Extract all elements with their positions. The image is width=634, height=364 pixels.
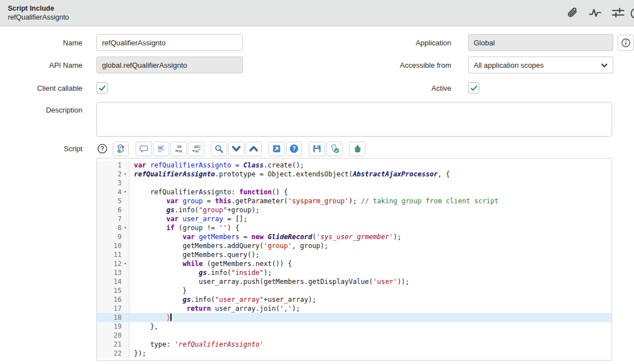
line-number: 13 — [114, 268, 122, 277]
code-text: refQualifierAssignto.prototype = Object.… — [129, 170, 450, 179]
save-icon[interactable] — [309, 142, 325, 156]
description-row: Description — [0, 102, 634, 137]
code-text: } — [129, 313, 172, 322]
line-number-gutter: 4▾ — [97, 188, 129, 197]
checkbox-row: Client callable Active — [0, 82, 634, 94]
accessible-from-select[interactable]: All application scopes — [468, 57, 613, 73]
chevron-down-icon — [601, 61, 608, 69]
accessible-from-label: Accessible from — [243, 61, 451, 69]
code-line[interactable]: 16 gs.info("user_array"+user_array); — [97, 295, 612, 304]
toolbar-group — [349, 142, 365, 156]
editor-help-icon[interactable]: ? — [96, 143, 108, 155]
syntax-check-icon[interactable] — [113, 142, 129, 156]
line-number: 10 — [114, 241, 122, 250]
line-number: 3 — [118, 179, 122, 188]
fold-toggle-icon[interactable]: ▾ — [122, 259, 129, 268]
code-line[interactable]: 7 var user_array = []; — [97, 214, 612, 223]
code-line[interactable]: 19 }, — [97, 322, 612, 331]
toolbar-group: ? — [269, 142, 302, 156]
name-input[interactable] — [96, 34, 243, 51]
code-line[interactable]: 18 } — [97, 313, 612, 322]
code-line[interactable]: 2▾refQualifierAssignto.prototype = Objec… — [97, 170, 612, 179]
code-line[interactable]: 4▾ refQualifierAssignto: function() { — [97, 188, 612, 197]
find-next-icon[interactable] — [228, 142, 244, 156]
attachment-icon[interactable] — [566, 6, 579, 20]
code-line[interactable]: 15 } — [97, 286, 612, 295]
code-line[interactable]: 9 var getMembers = new GlideRecord('sys_… — [97, 232, 612, 241]
code-text: }, — [129, 322, 158, 331]
line-number-gutter: 5 — [97, 197, 129, 206]
line-number: 11 — [114, 250, 122, 259]
code-line[interactable]: 22}); — [97, 349, 612, 358]
page-title: Script Include — [8, 4, 69, 13]
code-line[interactable]: 14 user_array.push(getMembers.getDisplay… — [97, 277, 612, 286]
toolbar-group — [113, 142, 129, 156]
active-checkbox[interactable] — [468, 82, 479, 94]
fold-spacer — [122, 197, 129, 206]
line-number: 12 — [114, 259, 122, 268]
line-number: 9 — [118, 232, 122, 241]
code-line[interactable]: 10 getMembers.addQuery('group', group); — [97, 241, 612, 250]
code-text: if (group != '') { — [129, 223, 239, 232]
line-number: 19 — [114, 322, 122, 331]
code-line[interactable]: 5 var group = this.getParameter('sysparm… — [97, 197, 612, 206]
script-code-editor[interactable]: 1var refQualifierAssignto = Class.create… — [96, 158, 612, 361]
line-number: 6 — [118, 206, 122, 214]
toolbar-group — [211, 142, 262, 156]
search-icon[interactable] — [211, 142, 227, 156]
code-line[interactable]: 1var refQualifierAssignto = Class.create… — [97, 161, 612, 170]
clipped-edge-icon[interactable] — [630, 7, 634, 20]
code-text: var user_array = []; — [129, 214, 247, 223]
code-line[interactable]: 21 type: 'refQualifierAssignto' — [97, 340, 612, 349]
code-line[interactable]: 8▾ if (group != '') { — [97, 223, 612, 232]
code-text: } — [129, 286, 187, 295]
code-line[interactable]: 20 — [97, 331, 612, 340]
api-name-label: API Name — [0, 61, 82, 69]
line-number-gutter: 9 — [97, 232, 129, 241]
save-validate-icon[interactable] — [326, 142, 343, 156]
code-text: getMembers.query(); — [129, 250, 260, 259]
fold-spacer — [122, 331, 129, 340]
api-help-icon[interactable]: ? — [286, 142, 302, 156]
line-number-gutter: 16 — [97, 295, 129, 304]
code-line[interactable]: 13 gs.info("inside"); — [97, 268, 612, 277]
code-text: gs.info("user_array"+user_array); — [129, 295, 316, 304]
toggle-comment-icon[interactable] — [136, 142, 152, 156]
line-number-gutter: 12▾ — [97, 259, 129, 268]
fold-spacer — [122, 286, 129, 295]
application-input — [468, 34, 613, 51]
fold-spacer — [122, 322, 129, 331]
svg-text:ab: ab — [177, 144, 181, 149]
code-text: return user_array.join(','); — [129, 304, 300, 313]
fold-toggle-icon[interactable]: ▾ — [122, 170, 129, 179]
code-text: type: 'refQualifierAssignto' — [129, 340, 263, 349]
activity-stream-icon[interactable] — [589, 6, 602, 20]
active-label: Active — [108, 84, 451, 92]
format-code-icon[interactable] — [153, 142, 169, 156]
client-callable-checkbox[interactable] — [96, 82, 108, 94]
description-input[interactable] — [96, 102, 612, 137]
personalize-form-icon[interactable] — [612, 6, 625, 20]
fold-toggle-icon[interactable]: ▾ — [122, 188, 129, 197]
code-text: var group = this.getParameter('sysparm_g… — [129, 197, 498, 206]
name-row: Name Application — [0, 34, 634, 51]
fold-spacer — [122, 232, 129, 241]
replace-all-icon[interactable]: abac — [188, 142, 204, 156]
checkmark-icon — [98, 84, 107, 92]
fold-spacer — [122, 161, 129, 170]
replace-icon[interactable]: abac — [170, 142, 187, 156]
code-line[interactable]: 3 — [97, 179, 612, 188]
line-number-gutter: 18 — [97, 313, 129, 322]
fold-toggle-icon[interactable]: ▾ — [122, 223, 129, 232]
open-fullscreen-icon[interactable] — [269, 142, 285, 156]
code-line[interactable]: 12▾ while (getMembers.next()) { — [97, 259, 612, 268]
application-info-button[interactable] — [618, 35, 634, 51]
code-line[interactable]: 11 getMembers.query(); — [97, 250, 612, 259]
fold-spacer — [122, 206, 129, 214]
code-line[interactable]: 17 return user_array.join(','); — [97, 304, 612, 313]
find-previous-icon[interactable] — [246, 142, 262, 156]
client-callable-label: Client callable — [0, 84, 82, 92]
script-debugger-icon[interactable] — [349, 142, 365, 156]
code-text: getMembers.addQuery('group', group); — [129, 241, 328, 250]
code-line[interactable]: 6 gs.info("group"+group); — [97, 206, 612, 214]
